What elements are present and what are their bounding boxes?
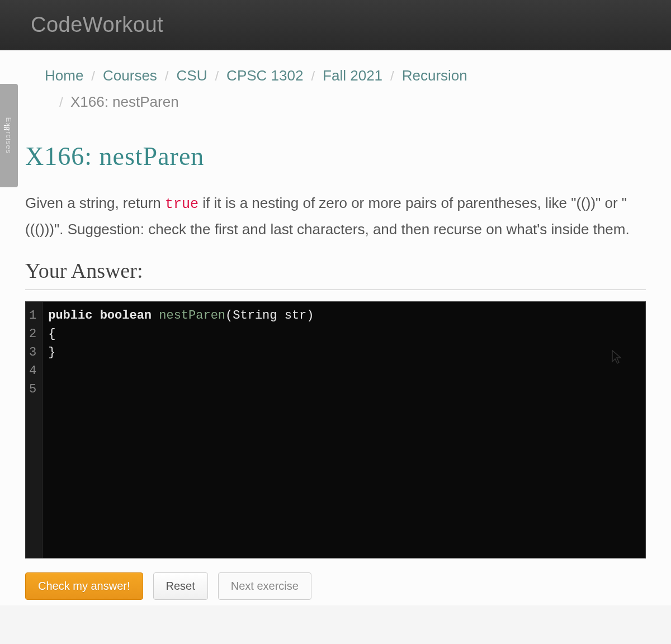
breadcrumb-fall2021[interactable]: Fall 2021 (323, 67, 382, 84)
line-number: 1 (29, 306, 39, 325)
breadcrumb-sep: / (311, 68, 315, 84)
breadcrumb-current: / X166: nestParen (45, 93, 646, 111)
open-brace: { (48, 327, 55, 341)
check-answer-button[interactable]: Check my answer! (25, 572, 143, 600)
keyword-public: public (48, 309, 92, 323)
line-number: 2 (29, 325, 39, 343)
code-line-4: } (48, 343, 640, 362)
problem-text-before: Given a string, return (25, 195, 165, 211)
breadcrumb-sep: / (165, 68, 169, 84)
problem-description: Given a string, return true if it is a n… (25, 191, 646, 242)
reset-button[interactable]: Reset (153, 572, 208, 600)
button-row: Check my answer! Reset Next exercise (25, 572, 646, 605)
breadcrumb-sep: / (390, 68, 394, 84)
site-logo[interactable]: CodeWorkout (31, 13, 163, 37)
line-number: 4 (29, 362, 39, 380)
logo-workout: Workout (83, 13, 163, 36)
page-title: X166: nestParen (25, 141, 646, 171)
breadcrumb-cpsc1302[interactable]: CPSC 1302 (226, 67, 303, 84)
sidebar-tab-label: Exercises (5, 117, 13, 154)
content-wrapper: ≡ Exercises Home / Courses / CSU / CPSC … (0, 50, 671, 605)
code-true: true (165, 196, 199, 212)
code-line-1: public boolean nestParen(String str) (48, 306, 640, 325)
header-bar: CodeWorkout (0, 0, 671, 50)
line-numbers: 1 2 3 4 5 (26, 302, 42, 558)
breadcrumb-sep: / (215, 68, 219, 84)
code-editor[interactable]: 1 2 3 4 5 public boolean nestParen(Strin… (25, 301, 646, 558)
breadcrumb-current-text: X166: nestParen (70, 93, 179, 110)
code-content[interactable]: public boolean nestParen(String str) { } (42, 302, 645, 558)
breadcrumb: Home / Courses / CSU / CPSC 1302 / Fall … (25, 67, 646, 111)
code-line-2: { (48, 325, 640, 343)
keyword-boolean: boolean (100, 309, 152, 323)
breadcrumb-recursion[interactable]: Recursion (402, 67, 467, 84)
line-number: 3 (29, 343, 39, 362)
function-name: nestParen (159, 309, 225, 323)
logo-code: Code (31, 13, 83, 36)
sidebar-toggle-tab[interactable]: ≡ Exercises (0, 84, 18, 187)
param-name: str (285, 309, 307, 323)
breadcrumb-csu[interactable]: CSU (177, 67, 207, 84)
breadcrumb-courses[interactable]: Courses (103, 67, 157, 84)
close-brace: } (48, 345, 55, 359)
next-exercise-button[interactable]: Next exercise (218, 572, 311, 600)
breadcrumb-home[interactable]: Home (45, 67, 83, 84)
mouse-cursor-icon (611, 349, 623, 369)
line-number: 5 (29, 380, 39, 399)
breadcrumb-sep: / (59, 94, 63, 110)
answer-label: Your Answer: (25, 258, 646, 290)
breadcrumb-sep: / (91, 68, 95, 84)
param-type: String (233, 309, 277, 323)
